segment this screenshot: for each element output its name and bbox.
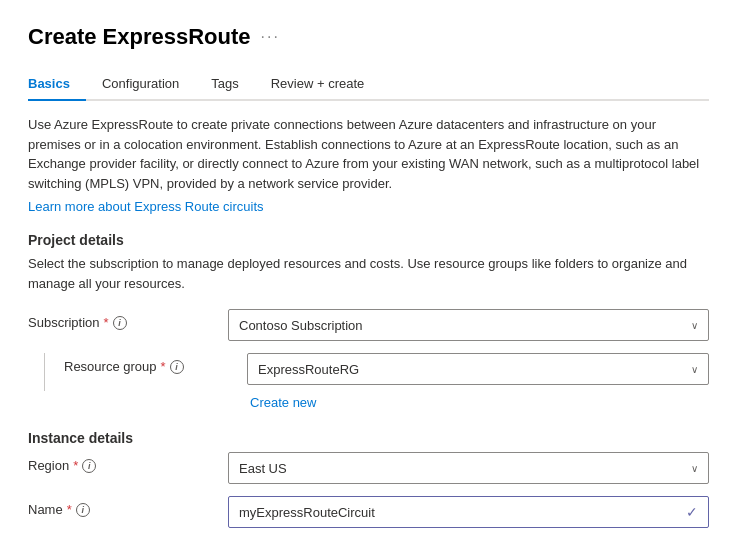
instance-details-section: Instance details Region * i East US ∨ Na… [28,430,709,528]
resource-group-inner: Resource group * i ExpressRouteRG ∨ [64,353,709,385]
name-info-icon[interactable]: i [76,503,90,517]
resource-group-control: ExpressRouteRG ∨ [247,353,709,385]
name-label: Name [28,502,63,517]
region-chevron-icon: ∨ [691,463,698,474]
resource-group-dropdown[interactable]: ExpressRouteRG ∨ [247,353,709,385]
resource-group-chevron-icon: ∨ [691,364,698,375]
region-info-icon[interactable]: i [82,459,96,473]
subscription-info-icon[interactable]: i [113,316,127,330]
resource-group-label: Resource group [64,359,157,374]
region-label: Region [28,458,69,473]
intro-description: Use Azure ExpressRoute to create private… [28,115,709,193]
resource-group-value: ExpressRouteRG [258,362,359,377]
resource-group-label-area: Resource group * i [64,353,247,374]
subscription-label-area: Subscription * i [28,309,228,330]
subscription-row: Subscription * i Contoso Subscription ∨ [28,309,709,341]
name-valid-checkmark-icon: ✓ [686,504,698,520]
project-details-header: Project details [28,232,709,248]
region-dropdown[interactable]: East US ∨ [228,452,709,484]
region-row: Region * i East US ∨ [28,452,709,484]
tab-configuration[interactable]: Configuration [102,68,195,101]
region-value: East US [239,461,287,476]
subscription-control: Contoso Subscription ∨ [228,309,709,341]
indent-line [44,353,64,391]
page-title-area: Create ExpressRoute ··· [28,24,709,50]
learn-more-link[interactable]: Learn more about Express Route circuits [28,199,709,214]
page-title: Create ExpressRoute [28,24,251,50]
name-control: myExpressRouteCircuit ✓ [228,496,709,528]
title-ellipsis[interactable]: ··· [261,28,280,46]
instance-details-header: Instance details [28,430,709,446]
name-row: Name * i myExpressRouteCircuit ✓ [28,496,709,528]
tab-review-create[interactable]: Review + create [271,68,381,101]
project-details-section: Project details Select the subscription … [28,232,709,410]
region-label-area: Region * i [28,452,228,473]
resource-group-container: Resource group * i ExpressRouteRG ∨ [28,353,709,391]
subscription-value: Contoso Subscription [239,318,363,333]
tab-basics[interactable]: Basics [28,68,86,101]
subscription-required: * [104,315,109,330]
subscription-label: Subscription [28,315,100,330]
name-input[interactable]: myExpressRouteCircuit ✓ [228,496,709,528]
tabs-bar: Basics Configuration Tags Review + creat… [28,68,709,101]
name-label-area: Name * i [28,496,228,517]
region-control: East US ∨ [228,452,709,484]
subscription-dropdown[interactable]: Contoso Subscription ∨ [228,309,709,341]
name-value: myExpressRouteCircuit [239,505,375,520]
project-details-description: Select the subscription to manage deploy… [28,254,709,293]
create-new-link[interactable]: Create new [250,395,709,410]
region-required: * [73,458,78,473]
resource-group-info-icon[interactable]: i [170,360,184,374]
subscription-chevron-icon: ∨ [691,320,698,331]
tab-tags[interactable]: Tags [211,68,254,101]
resource-group-required: * [161,359,166,374]
name-required: * [67,502,72,517]
